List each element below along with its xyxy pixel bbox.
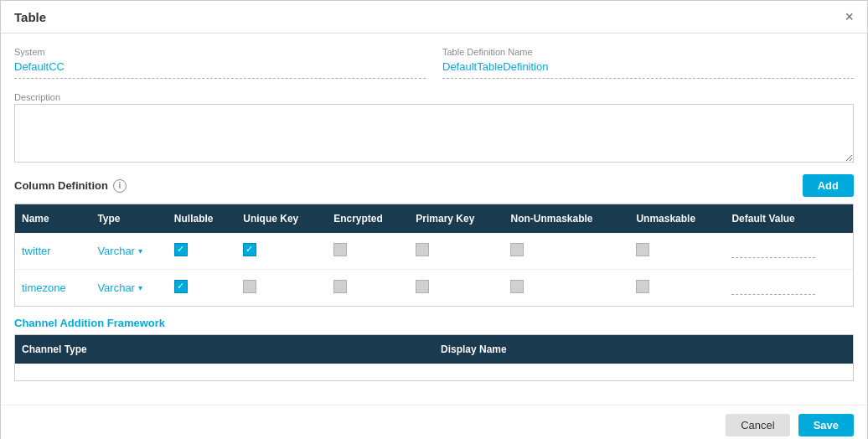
row1-name: twitter — [15, 233, 90, 270]
row1-unique-key[interactable] — [236, 233, 327, 270]
unmaskable-checkbox-row1[interactable] — [636, 243, 649, 256]
column-table-header-row: Name Type Nullable Unique Key Encrypted … — [15, 204, 853, 233]
channel-table-container: Channel Type Display Name — [14, 334, 854, 381]
unique-key-checkbox-row1[interactable] — [243, 243, 256, 256]
row2-default-value — [725, 270, 853, 307]
row2-unique-key[interactable] — [236, 270, 327, 307]
col-header-type: Type — [90, 204, 167, 233]
primary-key-checkbox-row1[interactable] — [416, 243, 429, 256]
table-row: twitter Varchar ▾ — [15, 233, 853, 270]
system-field-group: System DefaultCC — [14, 47, 426, 79]
system-value: DefaultCC — [14, 59, 426, 79]
column-definition-header: Column Definition i Add — [14, 174, 854, 197]
row2-unmaskable[interactable] — [629, 270, 725, 307]
row1-encrypted[interactable] — [327, 233, 409, 270]
non-unmaskable-checkbox-row1[interactable] — [510, 243, 524, 256]
row2-name: timezone — [15, 270, 90, 307]
row2-primary-key[interactable] — [409, 270, 504, 307]
col-header-nullable: Nullable — [168, 204, 236, 233]
system-label: System — [14, 47, 426, 57]
unmaskable-checkbox-row2[interactable] — [636, 280, 649, 293]
row1-type: Varchar ▾ — [90, 233, 167, 270]
chevron-icon: ▾ — [138, 246, 142, 256]
row2-type: Varchar ▾ — [90, 270, 167, 307]
modal-footer: Cancel Save — [1, 405, 867, 439]
row2-encrypted[interactable] — [327, 270, 409, 307]
channel-col-type: Channel Type — [15, 335, 434, 364]
column-definition-table: Name Type Nullable Unique Key Encrypted … — [15, 204, 853, 306]
row2-nullable[interactable] — [168, 270, 236, 307]
col-header-unmaskable: Unmaskable — [629, 204, 725, 233]
description-field-group: Description — [14, 92, 854, 163]
nullable-checkbox-row2[interactable] — [174, 280, 188, 293]
save-button[interactable]: Save — [798, 414, 854, 436]
col-header-primary-key: Primary Key — [409, 204, 504, 233]
channel-section-title: Channel Addition Framework — [14, 317, 854, 329]
channel-table-header-row: Channel Type Display Name — [15, 335, 853, 364]
table-row: timezone Varchar ▾ — [15, 270, 853, 307]
modal-title: Table — [14, 10, 46, 24]
modal-header: Table × — [1, 1, 867, 34]
chevron-icon: ▾ — [138, 283, 142, 292]
row1-unmaskable[interactable] — [629, 233, 725, 270]
encrypted-checkbox-row1[interactable] — [333, 243, 347, 256]
col-header-encrypted: Encrypted — [327, 204, 409, 233]
non-unmaskable-checkbox-row2[interactable] — [510, 280, 524, 293]
col-header-non-unmaskable: Non-Unmaskable — [504, 204, 629, 233]
modal-container: Table × System DefaultCC Table Definitio… — [0, 0, 868, 439]
unique-key-checkbox-row2[interactable] — [243, 280, 256, 293]
modal-body: System DefaultCC Table Definition Name D… — [1, 34, 867, 405]
col-header-unique-key: Unique Key — [236, 204, 327, 233]
description-label: Description — [14, 92, 854, 102]
column-definition-title-text: Column Definition — [14, 179, 108, 192]
row1-nullable[interactable] — [168, 233, 236, 270]
table-def-value: DefaultTableDefinition — [442, 59, 854, 79]
col-header-name: Name — [15, 204, 90, 233]
encrypted-checkbox-row2[interactable] — [333, 280, 347, 293]
table-def-field-group: Table Definition Name DefaultTableDefini… — [442, 47, 854, 79]
default-value-field-row1[interactable] — [731, 241, 815, 258]
cancel-button[interactable]: Cancel — [726, 414, 789, 436]
default-value-field-row2[interactable] — [731, 278, 815, 295]
row1-non-unmaskable[interactable] — [504, 233, 629, 270]
primary-key-checkbox-row2[interactable] — [416, 280, 429, 293]
row1-primary-key[interactable] — [409, 233, 504, 270]
column-definition-title: Column Definition i — [14, 179, 127, 193]
channel-col-display-name: Display Name — [434, 335, 853, 364]
table-def-label: Table Definition Name — [442, 47, 854, 57]
col-header-default-value: Default Value — [725, 204, 853, 233]
row1-default-value — [725, 233, 853, 270]
row2-non-unmaskable[interactable] — [504, 270, 629, 307]
close-button[interactable]: × — [845, 9, 854, 24]
top-fields-row: System DefaultCC Table Definition Name D… — [14, 47, 854, 79]
nullable-checkbox-row1[interactable] — [174, 243, 188, 256]
channel-empty-row — [15, 364, 853, 380]
channel-table: Channel Type Display Name — [15, 335, 853, 380]
column-definition-table-container: Name Type Nullable Unique Key Encrypted … — [14, 204, 854, 307]
info-icon: i — [113, 179, 127, 193]
add-column-button[interactable]: Add — [803, 174, 854, 197]
description-input[interactable] — [14, 104, 854, 163]
